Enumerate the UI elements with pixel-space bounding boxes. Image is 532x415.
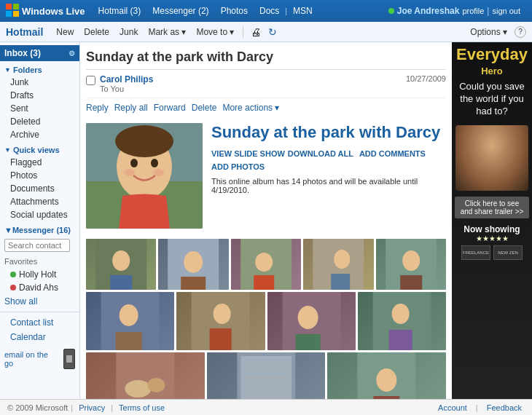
inbox-item[interactable]: Inbox (3) ⚙ (0, 45, 79, 61)
contact-holly[interactable]: Holly Holt (0, 268, 79, 281)
photo-thumb-7[interactable] (176, 292, 265, 350)
move-to-button[interactable]: Move to ▾ (192, 25, 238, 39)
svg-rect-0 (6, 4, 12, 9)
account-link[interactable]: Account (438, 403, 467, 412)
download-all-link[interactable]: DOWNLOAD ALL (288, 149, 353, 159)
options-button[interactable]: Options ▾ (466, 25, 512, 39)
reply-all-link[interactable]: Reply all (114, 103, 148, 113)
ad-logo-1: FREELANCE (461, 245, 490, 260)
album-content: Sunday at the park with Darcy VIEW SLIDE… (86, 117, 446, 234)
nav-photos[interactable]: Photos (215, 6, 254, 16)
svg-point-26 (402, 250, 420, 271)
inbox-label: Inbox (3) (4, 48, 41, 58)
sender-name[interactable]: Carol Philips (100, 74, 153, 84)
show-all-link[interactable]: Show all (0, 294, 79, 309)
sidebar-item-photos[interactable]: Photos (0, 169, 79, 182)
delete-button[interactable]: Delete (79, 25, 114, 39)
add-photos-link[interactable]: ADD PHOTOS (211, 162, 265, 171)
photo-thumb-1[interactable] (86, 239, 156, 290)
calendar-link[interactable]: Calendar (0, 330, 79, 344)
nav-docs[interactable]: Docs (254, 6, 285, 16)
photo-thumb-2[interactable] (158, 239, 228, 290)
terms-link[interactable]: Terms of use (119, 403, 165, 412)
photo-thumb-10[interactable] (86, 352, 205, 399)
svg-rect-30 (116, 332, 142, 350)
album-action-links: VIEW SLIDE SHOW DOWNLOAD ALL ADD COMMENT… (211, 149, 446, 171)
folders-arrow-icon: ▼ (4, 66, 11, 74)
privacy-link[interactable]: Privacy (79, 403, 105, 412)
email-date: 10/27/2009 (406, 74, 446, 83)
sidebar-item-deleted[interactable]: Deleted (0, 115, 79, 128)
email-on-go[interactable]: email on the go (0, 344, 79, 374)
sidebar-item-documents[interactable]: Documents (0, 182, 79, 195)
folders-title-label: Folders (13, 66, 42, 74)
online-indicator (388, 8, 394, 14)
svg-rect-50 (374, 396, 400, 399)
mark-as-button[interactable]: Mark as ▾ (144, 25, 190, 39)
sidebar-item-flagged[interactable]: Flagged (0, 156, 79, 169)
ad-now-showing: Now showing (463, 224, 520, 234)
print-icon[interactable]: 🖨 (248, 26, 264, 38)
add-comments-link[interactable]: ADD COMMENTS (359, 149, 426, 159)
photo-thumb-11[interactable] (207, 352, 326, 399)
folders-section-title[interactable]: ▼ Folders (0, 61, 79, 76)
svg-point-12 (154, 169, 164, 176)
forward-link[interactable]: Forward (154, 103, 186, 113)
svg-point-23 (334, 250, 350, 269)
svg-point-41 (125, 380, 151, 398)
sidebar-item-social[interactable]: Social updates (0, 208, 79, 221)
toolbar-separator (243, 26, 243, 38)
online-status-icon-david (10, 285, 16, 290)
svg-point-42 (147, 378, 165, 392)
photo-grid-row2 (86, 292, 446, 350)
photo-thumb-4[interactable] (303, 239, 373, 290)
ad-stars: ★★★★★ (476, 234, 509, 242)
refresh-icon[interactable]: ↻ (265, 26, 280, 38)
photo-thumb-3[interactable] (231, 239, 301, 290)
ad-click-box[interactable]: Click here to see and share trailer >> (455, 197, 529, 218)
toolbar-section-label: Hotmail (6, 26, 43, 38)
top-navigation-bar: Windows Live Hotmail (3) Messenger (2) P… (0, 0, 532, 22)
photo-thumb-12[interactable] (327, 352, 446, 399)
signout-link[interactable]: sign out (492, 7, 520, 15)
messenger-title-label: Messenger (16) (12, 226, 71, 234)
new-button[interactable]: New (52, 25, 78, 39)
quickviews-title-label: Quick views (13, 146, 60, 154)
sidebar-item-junk[interactable]: Junk (0, 76, 79, 89)
footer-separator-1: | (71, 403, 73, 412)
photo-thumb-8[interactable] (267, 292, 356, 350)
nav-hotmail[interactable]: Hotmail (3) (93, 6, 147, 16)
delete-link[interactable]: Delete (192, 103, 217, 113)
search-contact-input[interactable] (4, 239, 70, 252)
view-slideshow-link[interactable]: VIEW SLIDE SHOW (211, 149, 285, 159)
junk-button[interactable]: Junk (115, 25, 142, 39)
footer-right: Account | Feedback (435, 403, 525, 412)
sidebar-item-drafts[interactable]: Drafts (0, 89, 79, 102)
messenger-section-title[interactable]: ▼ Messenger (16) (0, 221, 79, 236)
email-subject: Sunday at the park with Darcy (86, 42, 446, 70)
footer-separator-2: | (111, 403, 113, 412)
sidebar-item-attachments[interactable]: Attachments (0, 195, 79, 208)
contact-list-link[interactable]: Contact list (0, 315, 79, 330)
svg-point-32 (214, 304, 231, 324)
photo-thumb-6[interactable] (86, 292, 174, 350)
feedback-link[interactable]: Feedback (487, 403, 522, 412)
contact-david[interactable]: David Ahs (0, 281, 79, 294)
nav-msn[interactable]: MSN (287, 6, 318, 16)
svg-point-14 (112, 250, 130, 271)
profile-link[interactable]: profile (462, 7, 484, 15)
album-info: Sunday at the park with Darcy VIEW SLIDE… (211, 123, 446, 229)
sidebar-item-sent[interactable]: Sent (0, 102, 79, 115)
sidebar-item-archive[interactable]: Archive (0, 128, 79, 141)
quickviews-section-title[interactable]: ▼ Quick views (0, 141, 79, 156)
svg-rect-33 (210, 328, 232, 350)
email-select-checkbox[interactable] (86, 76, 95, 85)
footer: © 2009 Microsoft | Privacy | Terms of us… (0, 399, 532, 415)
nav-messenger[interactable]: Messenger (2) (146, 6, 214, 16)
photo-thumb-5[interactable] (376, 239, 446, 290)
reply-link[interactable]: Reply (86, 103, 109, 113)
gear-icon[interactable]: ⚙ (69, 50, 75, 58)
help-button[interactable]: ? (515, 26, 526, 38)
photo-thumb-9[interactable] (358, 292, 446, 350)
more-actions-dropdown[interactable]: More actions ▾ (222, 103, 279, 113)
